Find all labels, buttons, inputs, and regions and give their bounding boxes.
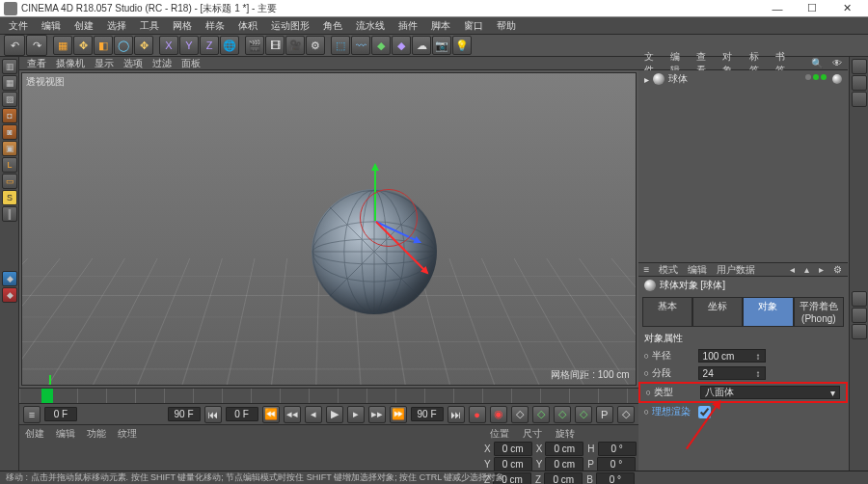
mm-tab-texture[interactable]: 纹理 — [118, 427, 137, 441]
object-manager[interactable]: ▸ 球体 — [638, 70, 848, 263]
undo-button[interactable]: ↶ — [4, 35, 25, 56]
perspective-viewport[interactable]: 透视视图 — [21, 72, 637, 386]
add-deformer-button[interactable]: ◆ — [392, 36, 411, 55]
coord-tab-pos[interactable]: 位置 — [490, 427, 509, 441]
menu-mesh[interactable]: 网格 — [170, 19, 195, 33]
am-menu-mode[interactable]: 模式 — [659, 263, 678, 277]
object-row-sphere[interactable]: ▸ 球体 — [638, 70, 848, 88]
attr-tab-object[interactable]: 对象 — [743, 297, 793, 327]
coord-system-toggle[interactable]: 🌐 — [220, 36, 239, 55]
rot-h-input[interactable]: 0 ° — [598, 442, 637, 456]
goto-first-button[interactable]: ⏪ — [262, 406, 280, 423]
view-tab-panel[interactable]: 面板 — [181, 57, 201, 70]
gizmo-rotation-ring[interactable] — [360, 189, 418, 247]
axis-x-toggle[interactable]: X — [159, 36, 178, 55]
size-y-input[interactable]: 0 cm — [545, 457, 583, 471]
minimize-button[interactable]: — — [760, 1, 795, 16]
keyframe-selection-button[interactable]: ◇ — [511, 406, 529, 423]
mm-tab-edit[interactable]: 编辑 — [56, 427, 75, 441]
key-rot-button[interactable]: ◇ — [575, 406, 592, 423]
om-search-icon[interactable]: 🔍 — [811, 58, 823, 68]
object-mode-button[interactable]: ◘ — [2, 108, 17, 123]
coord-tab-rot[interactable]: 旋转 — [556, 427, 575, 441]
add-light-button[interactable]: 💡 — [452, 36, 472, 55]
menu-window[interactable]: 窗口 — [461, 19, 486, 33]
key-scale-button[interactable]: ◇ — [554, 406, 571, 423]
size-z-input[interactable]: 0 cm — [544, 472, 583, 484]
add-environment-button[interactable]: ☁ — [412, 36, 431, 55]
add-camera-button[interactable]: 📷 — [432, 36, 451, 55]
move-tool[interactable]: ✥ — [73, 36, 93, 55]
maximize-button[interactable]: ☐ — [795, 1, 829, 16]
goto-start-button[interactable]: ⏮ — [204, 406, 222, 423]
menu-pipeline[interactable]: 流水线 — [353, 19, 388, 33]
workplane-button[interactable]: ║ — [2, 206, 17, 222]
axis-y-toggle[interactable]: Y — [179, 36, 199, 55]
size-x-input[interactable]: 0 cm — [545, 442, 583, 456]
mm-tab-func[interactable]: 功能 — [87, 427, 106, 441]
goto-end-button[interactable]: ⏭ — [448, 406, 465, 423]
phong-tag-icon[interactable] — [832, 74, 842, 84]
add-generator-button[interactable]: ◆ — [371, 36, 391, 55]
mm-tab-create[interactable]: 创建 — [25, 427, 44, 441]
layer-dot[interactable] — [805, 74, 811, 80]
am-config-icon[interactable]: ⚙ — [833, 264, 842, 275]
timeline-menu-icon[interactable]: ≡ — [23, 406, 41, 423]
attr-tab-phong[interactable]: 平滑着色(Phong) — [794, 297, 844, 327]
live-select-tool[interactable]: ▦ — [53, 36, 72, 55]
am-menu-userdata[interactable]: 用户数据 — [717, 263, 755, 277]
point-mode-button[interactable]: ▣ — [2, 141, 17, 156]
add-spline-button[interactable]: 〰 — [351, 36, 370, 55]
view-tab-options[interactable]: 选项 — [123, 57, 143, 70]
r-pal-4[interactable] — [852, 291, 867, 307]
rotate-tool[interactable]: ◯ — [114, 36, 133, 55]
attr-tab-basic[interactable]: 基本 — [642, 297, 692, 327]
menu-volume[interactable]: 体积 — [235, 19, 260, 33]
play-button[interactable]: ▶ — [326, 406, 343, 423]
render-view-button[interactable]: 🎬 — [245, 36, 264, 55]
om-eye-icon[interactable]: 👁 — [832, 58, 842, 68]
menu-help[interactable]: 帮助 — [494, 19, 519, 33]
range-end-input[interactable]: 90 F — [411, 407, 444, 421]
object-name-label[interactable]: 球体 — [668, 72, 688, 86]
am-nav-up-icon[interactable]: ▴ — [804, 264, 809, 275]
menu-select[interactable]: 选择 — [104, 19, 129, 33]
pos-y-input[interactable]: 0 cm — [494, 457, 532, 471]
range-start-input[interactable]: 0 F — [226, 407, 258, 421]
key-param-button[interactable]: P — [596, 406, 613, 423]
redo-button[interactable]: ↷ — [26, 35, 47, 56]
menu-tools[interactable]: 工具 — [137, 19, 162, 33]
menu-plugins[interactable]: 插件 — [395, 19, 420, 33]
render-region-button[interactable]: 🎞 — [265, 36, 285, 55]
viewport-solo-off-button[interactable]: ◆ — [2, 287, 17, 303]
visibility-dot-render[interactable] — [821, 74, 827, 80]
menu-edit[interactable]: 编辑 — [39, 19, 64, 33]
menu-mograph[interactable]: 运动图形 — [268, 19, 312, 33]
view-tab-view[interactable]: 查看 — [27, 57, 46, 70]
autokey-button[interactable]: ◉ — [490, 406, 507, 423]
menu-spline[interactable]: 样条 — [203, 19, 228, 33]
key-pos-button[interactable]: ◇ — [532, 406, 550, 423]
axis-z-toggle[interactable]: Z — [200, 36, 219, 55]
view-tab-camera[interactable]: 摄像机 — [56, 57, 85, 70]
attr-tab-coord[interactable]: 坐标 — [692, 297, 743, 327]
visibility-dot-editor[interactable] — [813, 74, 819, 80]
prev-frame-button[interactable]: ◂ — [305, 406, 322, 423]
next-frame-button[interactable]: ▸ — [347, 406, 365, 423]
r-pal-2[interactable] — [852, 75, 867, 91]
axis-mode-button[interactable]: ◙ — [2, 124, 17, 140]
am-menu-icon[interactable]: ≡ — [644, 264, 650, 275]
viewport-solo-button[interactable]: ◆ — [2, 271, 17, 286]
polygon-mode-button[interactable]: ▭ — [2, 174, 17, 189]
scale-tool[interactable]: ◧ — [94, 36, 113, 55]
am-nav-back-icon[interactable]: ◂ — [790, 264, 795, 275]
timeline-ruler[interactable] — [19, 388, 638, 403]
view-tab-filter[interactable]: 过滤 — [152, 57, 172, 70]
menu-character[interactable]: 角色 — [320, 19, 345, 33]
menu-create[interactable]: 创建 — [71, 19, 96, 33]
texture-mode-button[interactable]: ▨ — [2, 92, 17, 107]
pos-x-input[interactable]: 0 cm — [494, 442, 532, 456]
last-tool[interactable]: ✥ — [134, 36, 153, 55]
coord-tab-size[interactable]: 尺寸 — [523, 427, 542, 441]
rot-b-input[interactable]: 0 ° — [596, 472, 635, 484]
